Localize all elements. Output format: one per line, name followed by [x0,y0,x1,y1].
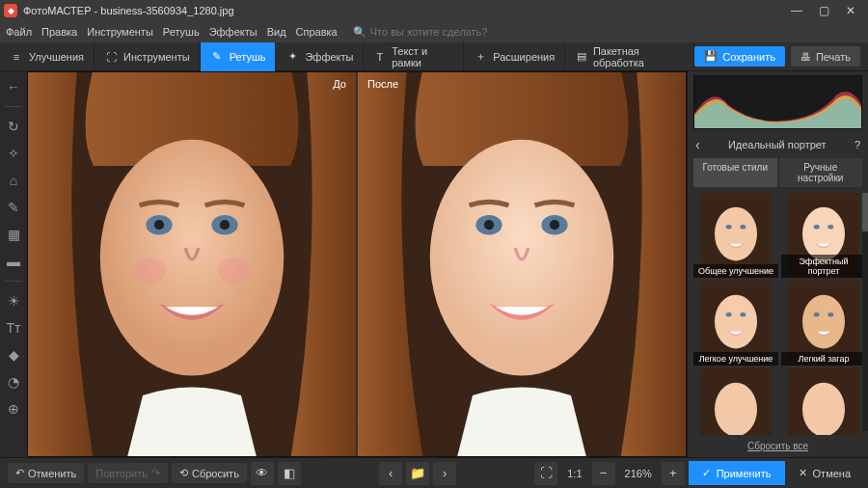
redo-icon: ↷ [151,467,160,479]
undo-button[interactable]: ↶Отменить [8,463,84,483]
panel-subtabs: Готовые стили Ручные настройки [693,158,862,187]
sun-icon[interactable]: ☀ [4,291,23,311]
ratio-label[interactable]: 1:1 [561,468,587,479]
wand-icon[interactable]: ✧ [4,144,23,163]
search-input[interactable] [370,26,505,38]
histogram[interactable] [693,75,862,129]
print-button[interactable]: 🖶Печать [791,46,860,67]
cancel-button[interactable]: ✕Отмена [789,461,860,485]
svg-point-31 [715,383,757,435]
rotate-icon[interactable]: ↻ [4,117,23,136]
help-icon[interactable]: ? [854,139,860,150]
plus-icon: ＋ [474,50,487,64]
scrollbar-thumb[interactable] [862,193,868,231]
undo-icon: ↶ [15,467,24,479]
preset-item[interactable]: Общее улучшение [693,193,778,278]
menu-tools[interactable]: Инструменты [87,26,153,38]
blur-icon[interactable]: ◔ [4,372,23,392]
tab-retouch[interactable]: ✎Ретушь [201,42,277,71]
stack-icon: ▤ [575,50,587,64]
preset-item[interactable] [693,368,778,435]
pencil-icon[interactable]: ✎ [4,198,23,217]
search-box[interactable]: 🔍 [353,26,505,39]
prev-button[interactable]: ‹ [379,462,402,485]
tab-batch[interactable]: ▤Пакетная обработка [565,42,694,71]
menu-bar: Файл Правка Инструменты Ретушь Эффекты В… [0,21,868,42]
preset-grid: Общее улучшение Эффектный портрет Легкое… [688,189,868,435]
subtab-manual[interactable]: Ручные настройки [779,158,863,187]
reset-button[interactable]: ⟲Сбросить [172,463,247,483]
menu-view[interactable]: Вид [267,26,286,38]
maximize-button[interactable]: ▢ [810,0,837,21]
side-toolbar: ← ↻ ✧ ⌂ ✎ ▦ ▬ ☀ Tт ◆ ◔ ⊕ [0,71,27,457]
minimize-button[interactable]: — [783,0,810,21]
panel-title: Идеальный портрет [728,139,827,150]
tab-text-frames[interactable]: TТекст и рамки [364,42,464,71]
reset-icon: ⟲ [179,467,188,479]
svg-point-27 [802,295,845,349]
bottom-bar: ↶Отменить Повторить↷ ⟲Сбросить 👁 ◧ ‹ 📁 ›… [0,457,868,488]
right-panel: ‹ Идеальный портрет ? Готовые стили Ручн… [687,71,868,457]
fit-icon[interactable]: ⛶ [534,462,557,485]
svg-point-23 [715,295,757,349]
tab-tools[interactable]: ⛶Инструменты [95,42,201,71]
menu-edit[interactable]: Правка [41,26,77,38]
zoom-in-button[interactable]: + [662,462,685,485]
preset-scrollbar[interactable] [862,193,868,431]
menu-file[interactable]: Файл [6,26,32,38]
save-button[interactable]: 💾Сохранить [694,46,785,67]
redo-button[interactable]: Повторить↷ [88,463,168,483]
svg-point-5 [220,220,230,230]
zoom-out-button[interactable]: − [592,462,615,485]
apply-button[interactable]: ✓Применить [689,461,785,485]
preset-item[interactable]: Легкий загар [781,281,866,366]
arrow-left-icon[interactable]: ← [4,77,23,96]
tab-enhance[interactable]: ≡Улучшения [0,42,95,71]
target-icon[interactable]: ⊕ [4,399,23,419]
svg-point-7 [218,258,251,284]
x-icon: ✕ [799,467,807,479]
tab-effects[interactable]: ✦Эффекты [276,42,364,71]
stamp-icon[interactable]: ⌂ [4,171,23,190]
close-button[interactable]: ✕ [837,0,864,21]
check-icon: ✓ [702,467,711,479]
svg-point-24 [726,312,732,316]
bucket-icon[interactable]: ◆ [4,345,23,365]
reset-all-link[interactable]: Сбросить все [688,435,868,457]
svg-point-29 [827,312,833,316]
text-tool-icon[interactable]: Tт [4,318,23,338]
text-icon: T [373,50,386,64]
main-toolbar: ≡Улучшения ⛶Инструменты ✎Ретушь ✦Эффекты… [0,42,868,71]
svg-point-21 [827,225,833,229]
panel-header: ‹ Идеальный портрет ? [688,133,868,156]
before-image [28,72,356,456]
svg-point-28 [814,312,820,316]
next-button[interactable]: › [433,462,456,485]
after-pane: После [356,72,686,456]
grid-icon[interactable]: ▦ [4,225,23,244]
preset-item[interactable]: Эффектный портрет [781,193,866,278]
menu-help[interactable]: Справка [296,26,338,38]
preset-item[interactable] [781,368,866,435]
window-title: ФотоМАСТЕР - business-3560934_1280.jpg [23,5,234,16]
panel-back-button[interactable]: ‹ [695,137,700,152]
zoom-level: 216% [619,468,658,479]
svg-point-33 [802,383,845,435]
svg-point-15 [715,207,757,261]
tab-extensions[interactable]: ＋Расширения [464,42,565,71]
menu-effects[interactable]: Эффекты [209,26,258,38]
svg-point-20 [814,225,820,229]
subtab-presets[interactable]: Готовые стили [693,158,777,187]
save-icon: 💾 [704,50,718,63]
crop-icon: ⛶ [104,50,118,64]
search-icon: 🔍 [353,26,366,39]
compare-icon[interactable]: ◧ [278,462,301,485]
canvas-compare[interactable]: До После [27,71,687,457]
preset-item[interactable]: Легкое улучшение [693,281,778,366]
gradient-icon[interactable]: ▬ [4,252,23,271]
svg-point-16 [726,225,732,229]
menu-retouch[interactable]: Ретушь [163,26,200,38]
svg-point-12 [484,220,494,230]
eye-icon[interactable]: 👁 [251,462,274,485]
folder-icon[interactable]: 📁 [406,462,429,485]
